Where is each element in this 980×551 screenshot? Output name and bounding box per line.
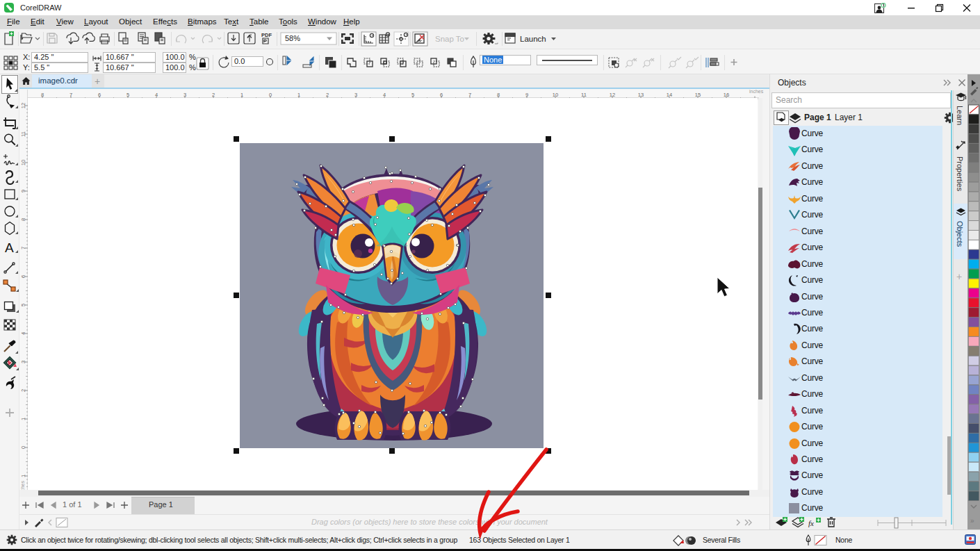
- svg-text:»: »: [970, 517, 974, 525]
- svg-text:Snap To: Snap To: [435, 35, 464, 43]
- svg-text:7: 7: [70, 92, 72, 98]
- svg-text:A: A: [5, 240, 14, 255]
- svg-text:15: 15: [695, 92, 701, 98]
- svg-text:10: 10: [553, 92, 558, 98]
- svg-text:11: 11: [581, 92, 587, 98]
- svg-text:2: 2: [326, 92, 329, 98]
- svg-text:0: 0: [269, 92, 272, 98]
- svg-text:PDF: PDF: [261, 32, 272, 38]
- svg-text:fx: fx: [808, 519, 814, 527]
- svg-text:5: 5: [411, 92, 414, 98]
- svg-text:9: 9: [525, 92, 528, 98]
- svg-text:Launch: Launch: [520, 35, 546, 43]
- svg-text:14: 14: [667, 92, 672, 98]
- svg-text:4: 4: [155, 92, 158, 98]
- svg-text:1: 1: [240, 92, 243, 98]
- svg-text:2: 2: [212, 92, 215, 98]
- svg-text:4: 4: [383, 92, 386, 98]
- svg-text:6: 6: [98, 92, 101, 98]
- svg-text:3: 3: [183, 92, 186, 98]
- svg-text:1: 1: [297, 92, 300, 98]
- svg-text:3: 3: [354, 92, 357, 98]
- svg-text:8: 8: [41, 92, 44, 98]
- svg-text:5: 5: [126, 92, 129, 98]
- svg-text:8: 8: [497, 92, 500, 98]
- svg-text:7: 7: [468, 92, 471, 98]
- svg-text:13: 13: [638, 92, 644, 98]
- svg-text:6: 6: [440, 92, 443, 98]
- svg-text:16: 16: [724, 92, 729, 98]
- svg-text:58%: 58%: [285, 34, 300, 42]
- svg-text:12: 12: [610, 92, 615, 98]
